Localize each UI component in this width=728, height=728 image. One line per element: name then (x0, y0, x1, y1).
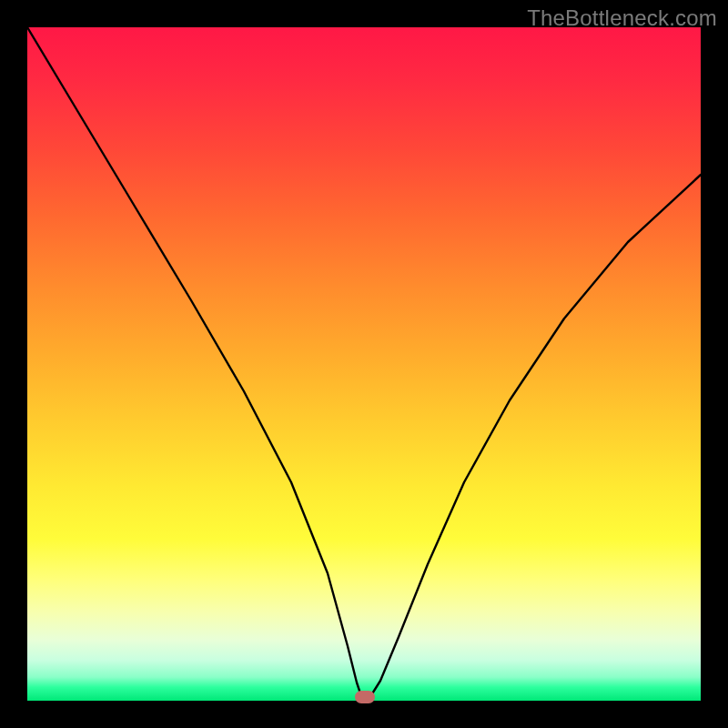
chart-plot-area (27, 27, 701, 701)
watermark-text: TheBottleneck.com (527, 5, 717, 31)
optimal-marker (355, 691, 375, 703)
